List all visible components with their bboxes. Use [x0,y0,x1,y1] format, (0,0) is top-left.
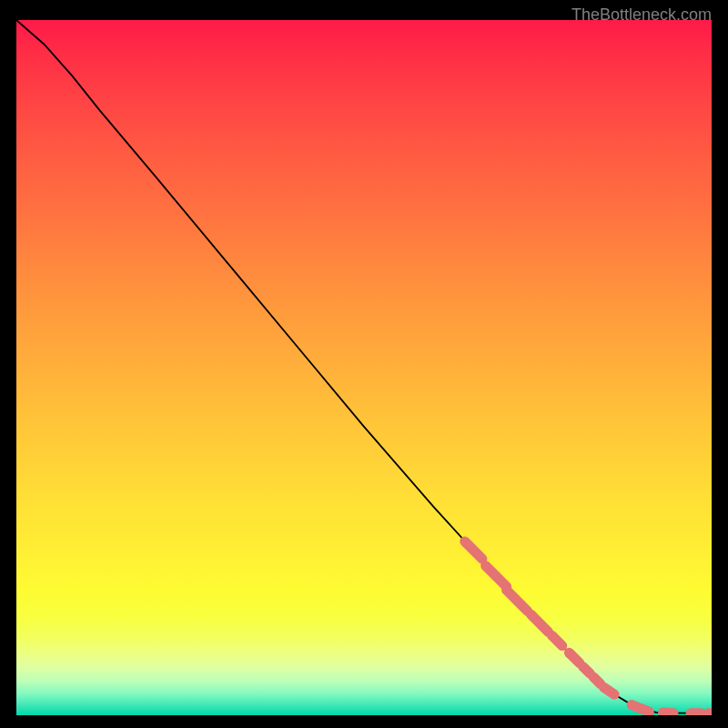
plot-gradient-background [16,20,712,715]
chart-container [16,20,712,715]
